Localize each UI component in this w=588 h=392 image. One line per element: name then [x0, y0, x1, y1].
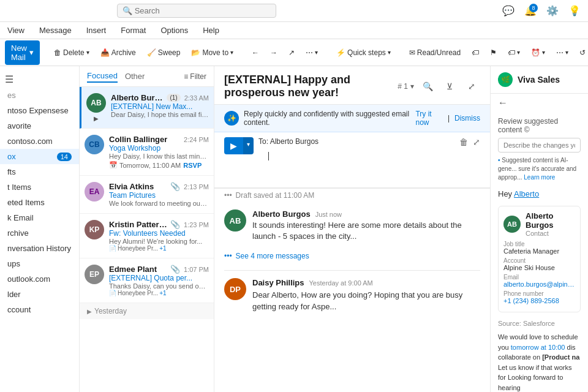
menu-options[interactable]: Options — [158, 24, 190, 36]
cursor — [268, 152, 269, 160]
sidebar-item-0[interactable]: es — [0, 88, 79, 103]
sidebar-label-outlook: outlook.com — [7, 274, 50, 284]
compose-area[interactable] — [258, 146, 454, 183]
sidebar-item-conversation[interactable]: nversation History — [0, 241, 79, 256]
contact-account-label: Account — [503, 257, 575, 264]
menu-message[interactable]: Message — [37, 24, 74, 36]
send-button[interactable]: ▶ — [224, 137, 243, 154]
delete-draft-button[interactable]: 🗑 — [459, 137, 468, 147]
sidebar-item-deleted[interactable]: eted Items — [0, 195, 79, 210]
sender-5: Edmee Plant — [109, 265, 157, 274]
sidebar-item-drafts[interactable]: fts — [0, 164, 79, 179]
preview-1: Dear Daisy, I hope this email finds... — [111, 111, 209, 118]
contact-job-field: Job title Cafeteria Manager — [503, 241, 575, 255]
reminder-button[interactable]: ⏰ ▾ — [527, 46, 549, 59]
delete-button[interactable]: 🗑 Delete ▾ — [50, 46, 94, 59]
email-actions: # 1 ▾ 🔍 ⊻ ⤢ — [398, 78, 480, 95]
dismiss-link[interactable]: Dismiss — [454, 114, 480, 123]
tab-focused[interactable]: Focused — [87, 70, 118, 83]
new-mail-button[interactable]: New Mail ▾ — [5, 40, 40, 65]
category-button[interactable]: 🏷 ▾ — [503, 46, 524, 59]
viva-suggest-section: Review suggested content © • Suggested c… — [491, 112, 588, 187]
expand-pane-button[interactable]: ⤢ — [463, 78, 480, 95]
expand-reply-button[interactable]: ⤢ — [473, 137, 480, 147]
see-more-button[interactable]: ••• See 4 more messages — [224, 249, 480, 263]
subject-2: Yoga Workshop — [109, 144, 209, 153]
message-time-dp: Yesterday at 9:00 AM — [309, 279, 373, 287]
restore-button[interactable]: ↺ — [575, 46, 588, 59]
section-yesterday[interactable]: ▶ Yesterday — [80, 303, 214, 319]
sidebar-item-junk[interactable]: k Email — [0, 210, 79, 225]
forward-button[interactable]: ↗ — [284, 46, 299, 59]
contact-job-value: Cafeteria Manager — [503, 247, 575, 255]
describe-changes-input[interactable] — [498, 138, 581, 153]
message-sender-ab: Alberto Burgos — [252, 209, 311, 219]
sweep-button[interactable]: 🧹 Sweep — [143, 46, 185, 59]
sidebar-item-expense[interactable]: ntoso Expensese — [0, 103, 79, 118]
learn-more-link[interactable]: Learn more — [524, 174, 555, 181]
sidebar-item-contoso[interactable]: contoso.com — [0, 134, 79, 149]
email-item-5[interactable]: EP Edmee Plant 📎 1:07 PM [EXTERNAL] Quot… — [80, 258, 214, 303]
undo-button[interactable]: ← — [247, 46, 263, 59]
quick-steps-icon: ⚡ — [336, 48, 345, 57]
archive-button[interactable]: 📥 Archive — [96, 46, 140, 59]
search-box[interactable]: 🔍 — [117, 4, 276, 18]
contact-phone-value[interactable]: +1 (234) 889-2568 — [503, 297, 575, 304]
quick-steps-button[interactable]: ⚡ Quick steps ▾ — [332, 46, 395, 59]
move-to-button[interactable]: 📂 Move to ▾ — [187, 46, 238, 59]
filter-icon: ≡ — [184, 72, 188, 81]
attachment-5: 📄 Honeybee Pr... +1 — [109, 290, 209, 296]
email-item-3[interactable]: EA Elvia Atkins 📎 2:13 PM Team Pictures … — [80, 176, 214, 214]
send-dropdown-button[interactable]: ▾ — [243, 137, 254, 154]
zoom-button[interactable]: 🔍 — [419, 78, 436, 95]
move-dropdown-icon: ▾ — [230, 49, 233, 56]
sidebar-item-outlook[interactable]: outlook.com — [0, 271, 79, 287]
sidebar-label-junk: k Email — [7, 213, 34, 222]
settings-icon[interactable]: ⚙️ — [544, 2, 561, 20]
tab-other[interactable]: Other — [125, 70, 145, 82]
rsvp-badge-2[interactable]: RSVP — [183, 162, 202, 169]
menu-bar: View Message Insert Format Options Help — [0, 22, 588, 39]
more-button[interactable]: ⋯ ▾ — [552, 46, 573, 59]
sidebar-item-groups[interactable]: ups — [0, 256, 79, 271]
sidebar-item-archive[interactable]: rchive — [0, 225, 79, 241]
expand-icon-1[interactable]: ▶ — [94, 115, 99, 122]
email-item-4[interactable]: KP Kristin Pattersona (2) 📎 1:23 PM Fw: … — [80, 214, 214, 258]
more-actions-button[interactable]: ⋯ ▾ — [301, 46, 322, 59]
read-unread-button[interactable]: ✉ Read/Unread — [405, 46, 465, 59]
sidebar-item-sent[interactable]: t Items — [0, 179, 79, 195]
suggest-icon: ✨ — [224, 111, 239, 126]
redo-button[interactable]: → — [266, 46, 282, 59]
back-button[interactable]: ← — [498, 97, 508, 108]
menu-view[interactable]: View — [5, 24, 27, 36]
attachment-icon-3: 📎 — [170, 182, 180, 191]
message-header-dp: Daisy Phillips Yesterday at 9:00 AM — [252, 278, 480, 287]
time-4: 1:23 PM — [184, 221, 209, 228]
contact-account-value: Alpine Ski House — [503, 264, 575, 271]
sweep-icon: 🧹 — [147, 48, 156, 57]
sidebar-item-favorite[interactable]: avorite — [0, 118, 79, 134]
chat-icon[interactable]: 💬 — [500, 2, 517, 20]
email-item-2[interactable]: CB Collin Ballinger 2:24 PM Yoga Worksho… — [80, 129, 214, 176]
email-header-bar: [EXTERNAL] Happy and prosperous new year… — [214, 66, 490, 105]
lightbulb-icon[interactable]: 💡 — [566, 2, 583, 20]
thread-label: # 1 — [398, 82, 408, 91]
collapse-button[interactable]: ⊻ — [441, 78, 458, 95]
sidebar-item-folder[interactable]: lder — [0, 287, 79, 302]
sidebar-toggle[interactable]: ☰ — [0, 71, 79, 88]
menu-format[interactable]: Format — [118, 24, 148, 36]
top-bar: 🔍 💬 🔔8 ⚙️ 💡 — [0, 0, 588, 22]
contact-email-value[interactable]: alberto.burgos@alpinsikh... — [503, 281, 575, 288]
tag-button[interactable]: 🏷 — [467, 46, 483, 59]
filter-button[interactable]: ≡ Filter — [184, 72, 206, 81]
search-input[interactable] — [135, 6, 270, 15]
menu-insert[interactable]: Insert — [84, 24, 109, 36]
try-it-now-link[interactable]: Try it now — [415, 110, 442, 127]
bell-icon[interactable]: 🔔8 — [522, 2, 539, 20]
sidebar-item-account[interactable]: ccount — [0, 302, 79, 317]
sidebar-item-inbox[interactable]: ox 14 — [0, 149, 79, 164]
email-item-1[interactable]: AB ▶ Alberto Burgos (1) 2:33 AM [EXTERNA… — [80, 87, 214, 129]
contact-account-field: Account Alpine Ski House — [503, 257, 575, 271]
menu-help[interactable]: Help — [200, 24, 222, 36]
flag-button[interactable]: ⚑ — [486, 46, 501, 59]
